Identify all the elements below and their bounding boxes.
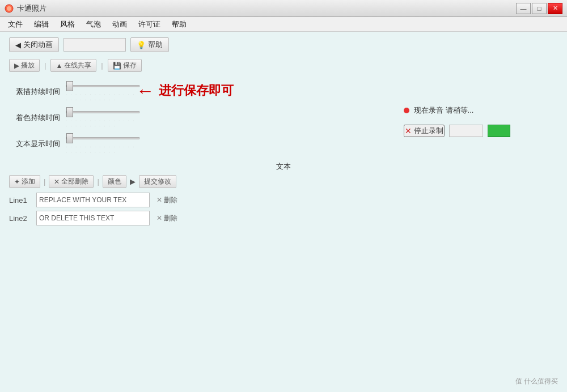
color-button[interactable]: 颜色: [103, 175, 126, 188]
slider-bg-2: [66, 137, 139, 139]
app-icon: [5, 4, 14, 13]
slider-dots-0: · · · · · · · · · · · · · · · · · · · · …: [66, 92, 139, 103]
x-icon-0: ✕: [156, 196, 162, 204]
help-button[interactable]: 💡 帮助: [130, 37, 169, 52]
stop-row: ✕ 停止录制: [404, 125, 510, 137]
slider-label-2: 文本显示时间: [9, 139, 60, 149]
play-icon: ▶: [14, 62, 19, 70]
save-icon: 💾: [113, 62, 121, 70]
delete-all-button[interactable]: ✕ 全部删除: [49, 175, 94, 188]
slider-dots-2: · · · · · · · · · · · · · · · · · · · · …: [66, 144, 139, 155]
slider-thumb-2[interactable]: [66, 133, 73, 143]
slider-container-0: · · · · · · · · · · · · · · · · · · · · …: [66, 81, 139, 103]
help-label: 帮助: [148, 40, 163, 50]
share-icon: ▲: [56, 62, 62, 70]
submit-label: 提交修改: [144, 177, 171, 186]
help-icon: 💡: [137, 41, 146, 49]
menu-item-帮助[interactable]: 帮助: [166, 18, 192, 31]
text-line-row-0: Line1 ✕ 删除: [9, 193, 558, 207]
slider-thumb-1[interactable]: [66, 107, 73, 117]
menu-bar: 文件编辑风格气泡动画许可证帮助: [0, 17, 567, 32]
slider-container-2: · · · · · · · · · · · · · · · · · · · · …: [66, 133, 139, 155]
delete-line-0-button[interactable]: ✕ 删除: [154, 194, 180, 206]
line-label-1: Line2: [9, 214, 32, 223]
stop-label: 停止录制: [414, 126, 443, 136]
minimize-button[interactable]: —: [516, 3, 531, 14]
recording-status: 现在录音 请稍等...: [404, 105, 510, 116]
slider-track-1[interactable]: [66, 107, 139, 117]
close-animation-button[interactable]: ◀ 关闭动画: [9, 37, 59, 52]
green-confirm-button[interactable]: [488, 125, 510, 137]
add-label: 添加: [22, 177, 35, 186]
share-button[interactable]: ▲ 在线共享: [50, 59, 96, 72]
stop-x-icon: ✕: [405, 126, 412, 135]
maximize-button[interactable]: □: [532, 3, 547, 14]
text-section-header: 文本: [9, 161, 558, 172]
x-icon-1: ✕: [156, 214, 162, 222]
color-label: 颜色: [108, 177, 121, 186]
slider-tick-1: · · · · · · · · · · · · · · · · · · · · …: [66, 118, 139, 129]
title-bar-left: 卡通照片: [5, 3, 46, 14]
menu-item-编辑[interactable]: 编辑: [28, 18, 54, 31]
slider-label-0: 素描持续时间: [9, 87, 60, 97]
recording-text: 现在录音 请稍等...: [414, 105, 473, 116]
slider-label-1: 着色持续时间: [9, 113, 60, 123]
menu-item-许可证[interactable]: 许可证: [133, 18, 166, 31]
text-line-row-1: Line2 ✕ 删除: [9, 211, 558, 225]
add-text-button[interactable]: ✦ 添加: [9, 175, 40, 188]
save-button[interactable]: 💾 保存: [108, 59, 142, 72]
watermark: 值 什么值得买: [515, 377, 558, 386]
slider-track-0[interactable]: [66, 81, 139, 91]
slider-track-2[interactable]: [66, 133, 139, 143]
toolbar-row-1: ◀ 关闭动画 💡 帮助: [9, 37, 558, 52]
delete-line-0-label: 删除: [164, 195, 177, 205]
play-label: 播放: [21, 61, 35, 70]
slider-dots-1: · · · · · · · · · · · · · · · · · · · · …: [66, 118, 139, 129]
text-toolbar: ✦ 添加 | ✕ 全部删除 | 颜色 ▶ 提交修改: [9, 175, 558, 188]
delete-line-1-label: 删除: [164, 214, 177, 223]
stop-recording-button[interactable]: ✕ 停止录制: [404, 125, 445, 137]
toolbar-row-2: ▶ 播放 | ▲ 在线共享 | 💾 保存: [9, 59, 558, 72]
slider-tick-2: · · · · · · · · · · · · · · · · · · · · …: [66, 144, 139, 155]
window-title: 卡通照片: [17, 3, 46, 14]
delete-all-icon: ✕: [54, 178, 60, 186]
submit-button[interactable]: 提交修改: [139, 175, 176, 188]
annotation-text: 进行保存即可: [159, 82, 234, 99]
slider-thumb-0[interactable]: [66, 81, 73, 91]
slider-container-1: · · · · · · · · · · · · · · · · · · · · …: [66, 107, 139, 129]
watermark-text: 值 什么值得买: [515, 377, 558, 386]
play-button[interactable]: ▶ 播放: [9, 59, 40, 72]
close-button[interactable]: ✕: [548, 3, 562, 14]
stop-input[interactable]: [449, 125, 483, 137]
menu-item-气泡[interactable]: 气泡: [81, 18, 107, 31]
share-label: 在线共享: [64, 61, 91, 70]
close-animation-label: 关闭动画: [23, 40, 53, 50]
window-controls: — □ ✕: [516, 3, 562, 14]
line-input-1[interactable]: [36, 211, 150, 225]
right-panel: 现在录音 请稍等... ✕ 停止录制: [404, 105, 510, 137]
slider-bg-0: [66, 85, 139, 87]
add-icon: ✦: [14, 178, 20, 186]
line-label-0: Line1: [9, 196, 32, 204]
slider-tick-0: · · · · · · · · · · · · · · · · · · · · …: [66, 92, 139, 103]
sep2: |: [101, 61, 103, 70]
delete-line-1-button[interactable]: ✕ 删除: [154, 212, 180, 224]
menu-item-风格[interactable]: 风格: [54, 18, 81, 31]
menu-item-文件[interactable]: 文件: [2, 18, 28, 31]
sep1: |: [44, 61, 46, 70]
close-animation-icon: ◀: [15, 41, 21, 49]
menu-item-动画[interactable]: 动画: [107, 18, 133, 31]
slider-row-0: 素描持续时间 · · · · · · · · · · · · · · · · ·…: [9, 81, 558, 103]
line-input-0[interactable]: [36, 193, 150, 207]
text-section: 文本 ✦ 添加 | ✕ 全部删除 | 颜色 ▶ 提交修改 Line1: [9, 161, 558, 225]
recording-dot-icon: [404, 108, 409, 113]
sep3: |: [44, 177, 45, 186]
slider-bg-1: [66, 111, 139, 113]
title-bar: 卡通照片 — □ ✕: [0, 0, 567, 17]
arrow-right: ▶: [130, 177, 136, 186]
main-content: ◀ 关闭动画 💡 帮助 ▶ 播放 | ▲ 在线共享 | 💾 保存 ← 进行保存即…: [0, 32, 567, 392]
save-label: 保存: [123, 61, 137, 70]
annotation: ← 进行保存即可: [136, 82, 234, 100]
animation-input[interactable]: [64, 38, 126, 52]
delete-all-label: 全部删除: [61, 177, 88, 186]
